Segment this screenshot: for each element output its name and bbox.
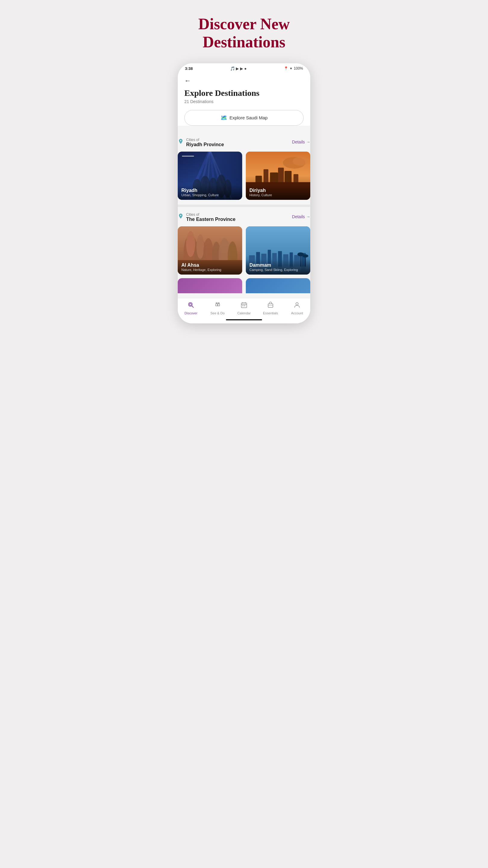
account-icon bbox=[293, 301, 301, 310]
dammam-card[interactable]: Dammam Camping, Sand Skiing, Exploring bbox=[246, 226, 310, 275]
riyadh-card[interactable]: Riyadh Urban, Shopping, Culture bbox=[178, 152, 242, 200]
wifi-icon: ▾ bbox=[290, 66, 292, 70]
svg-point-47 bbox=[302, 254, 308, 257]
alahsa-card[interactable]: Al Ahsa Nature, Heritage, Exploring bbox=[178, 226, 242, 275]
riyadh-province-section: Cities of Riyadh Province Details → bbox=[178, 132, 310, 205]
more-card-1-bg bbox=[178, 278, 242, 293]
svg-rect-53 bbox=[241, 303, 247, 308]
riyadh-card-tags: Urban, Shopping, Culture bbox=[181, 193, 238, 197]
see-do-icon bbox=[214, 301, 221, 310]
location-icon: 📍 bbox=[284, 66, 288, 70]
dammam-city-name: Dammam bbox=[250, 262, 307, 268]
explore-map-label: Explore Saudi Map bbox=[230, 115, 268, 120]
bottom-nav: Discover See & Do bbox=[178, 298, 310, 317]
riyadh-text-group: Cities of Riyadh Province bbox=[186, 138, 224, 147]
map-pin-icon: 🗺️ bbox=[221, 115, 227, 121]
eastern-cities-of: Cities of bbox=[186, 213, 235, 217]
eastern-province-icon bbox=[178, 213, 184, 219]
dammam-card-tags: Camping, Sand Skiing, Exploring bbox=[250, 268, 307, 272]
explore-map-button[interactable]: 🗺️ Explore Saudi Map bbox=[184, 110, 304, 126]
alahsa-card-tags: Nature, Heritage, Exploring bbox=[181, 268, 238, 272]
riyadh-cities-of: Cities of bbox=[186, 138, 224, 142]
page-wrapper: Discover New Destinations 3:38 🎵 ▶ ▶ ● 📍… bbox=[163, 6, 325, 323]
destinations-count: 21 Destinations bbox=[184, 99, 304, 104]
page-title: Explore Destinations bbox=[184, 88, 304, 98]
riyadh-card-overlay: Riyadh Urban, Shopping, Culture bbox=[178, 185, 242, 200]
nav-discover[interactable]: Discover bbox=[178, 301, 204, 315]
notification-icons: 🎵 ▶ ▶ ● bbox=[230, 66, 247, 71]
alahsa-card-overlay: Al Ahsa Nature, Heritage, Exploring bbox=[178, 259, 242, 275]
status-right: 📍 ▾ 100% bbox=[284, 66, 303, 70]
svg-rect-59 bbox=[268, 304, 273, 307]
riyadh-card-line bbox=[182, 156, 194, 157]
more-card-2[interactable] bbox=[246, 278, 310, 293]
eastern-province-section: Cities of The Eastern Province Details → bbox=[178, 207, 310, 298]
eastern-province-name: The Eastern Province bbox=[186, 217, 235, 222]
more-card-2-bg bbox=[246, 278, 310, 293]
nav-account[interactable]: Account bbox=[284, 301, 310, 315]
account-label: Account bbox=[291, 311, 303, 315]
diriyah-card-tags: History, Culture bbox=[250, 193, 307, 197]
svg-rect-57 bbox=[242, 305, 243, 306]
eastern-details-link[interactable]: Details → bbox=[292, 214, 310, 219]
diriyah-card-overlay: Diriyah History, Culture bbox=[246, 185, 310, 200]
calendar-label: Calendar bbox=[237, 311, 251, 315]
eastern-section-label: Cities of The Eastern Province bbox=[178, 213, 235, 222]
nav-calendar[interactable]: Calendar bbox=[231, 301, 257, 315]
home-indicator bbox=[178, 317, 310, 323]
svg-point-26 bbox=[196, 234, 204, 258]
svg-rect-58 bbox=[244, 305, 245, 306]
svg-point-48 bbox=[190, 303, 192, 305]
nav-see-do[interactable]: See & Do bbox=[204, 301, 231, 315]
calendar-icon bbox=[240, 301, 248, 310]
screen-inner: ← Explore Destinations 21 Destinations 🗺… bbox=[178, 73, 310, 126]
riyadh-city-name: Riyadh bbox=[181, 188, 238, 193]
diriyah-card[interactable]: Diriyah History, Culture bbox=[246, 152, 310, 200]
svg-point-61 bbox=[296, 303, 298, 305]
discover-label: Discover bbox=[185, 311, 198, 315]
more-card-1[interactable] bbox=[178, 278, 242, 293]
svg-point-24 bbox=[186, 231, 195, 257]
eastern-text-group: Cities of The Eastern Province bbox=[186, 213, 235, 222]
hero-title: Discover New Destinations bbox=[198, 15, 290, 51]
dammam-card-overlay: Dammam Camping, Sand Skiing, Exploring bbox=[246, 259, 310, 275]
eastern-cards-row: Al Ahsa Nature, Heritage, Exploring bbox=[178, 226, 310, 275]
status-bar: 3:38 🎵 ▶ ▶ ● 📍 ▾ 100% bbox=[178, 63, 310, 73]
essentials-icon bbox=[267, 301, 274, 310]
diriyah-city-name: Diriyah bbox=[250, 188, 307, 193]
screen: ← Explore Destinations 21 Destinations 🗺… bbox=[178, 73, 310, 323]
svg-line-50 bbox=[192, 306, 193, 307]
nav-essentials[interactable]: Essentials bbox=[257, 301, 284, 315]
battery-label: 100% bbox=[294, 66, 303, 70]
riyadh-province-name: Riyadh Province bbox=[186, 142, 224, 147]
riyadh-province-icon bbox=[178, 138, 184, 144]
status-time: 3:38 bbox=[185, 66, 193, 71]
riyadh-section-label: Cities of Riyadh Province bbox=[178, 138, 224, 147]
essentials-label: Essentials bbox=[263, 311, 278, 315]
phone-shell: 3:38 🎵 ▶ ▶ ● 📍 ▾ 100% ← Explore Destinat… bbox=[178, 63, 310, 323]
riyadh-cards-row: Riyadh Urban, Shopping, Culture bbox=[178, 152, 310, 200]
section-separator bbox=[178, 205, 310, 207]
alahsa-city-name: Al Ahsa bbox=[181, 262, 238, 268]
back-button[interactable]: ← bbox=[184, 77, 191, 85]
see-do-label: See & Do bbox=[210, 311, 224, 315]
riyadh-section-header: Cities of Riyadh Province Details → bbox=[178, 138, 310, 147]
svg-point-14 bbox=[293, 156, 309, 165]
home-bar bbox=[226, 319, 262, 320]
status-icons: 🎵 ▶ ▶ ● bbox=[230, 66, 247, 71]
eastern-section-header: Cities of The Eastern Province Details → bbox=[178, 213, 310, 222]
discover-icon bbox=[187, 301, 195, 310]
riyadh-details-link[interactable]: Details → bbox=[292, 140, 310, 144]
more-cards-row bbox=[178, 278, 310, 293]
